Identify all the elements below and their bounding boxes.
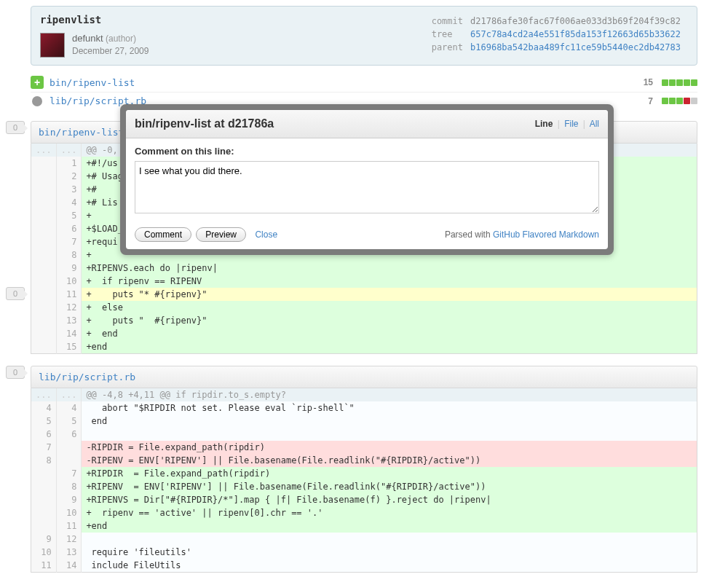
meta-tree-label: tree [432,28,469,40]
diff-row[interactable]: 7+RIPDIR = File.expand_path(ripdir) [31,467,697,480]
diff-row[interactable]: 13+ puts " #{ripenv}" [31,314,697,327]
dialog-tab-all[interactable]: All [590,119,599,129]
line-num-new[interactable]: 4 [56,401,82,415]
diff-row[interactable]: 912 [31,533,697,546]
line-num-new[interactable]: 10 [56,275,82,288]
diff-row[interactable]: 10+ ripenv == 'active' || ripenv[0].chr … [31,506,697,519]
diff-row[interactable]: 14+ end [31,327,697,340]
line-num-old[interactable] [31,262,57,275]
comment-count-bubble[interactable]: 0 [6,366,25,379]
line-num-old[interactable] [31,196,57,209]
line-num-old[interactable]: ... [31,144,57,157]
line-num-new[interactable]: 6 [56,428,82,441]
line-num-old[interactable]: 10 [31,546,57,559]
line-num-old[interactable]: 8 [31,454,57,467]
diff-row[interactable]: 7-RIPDIR = File.expand_path(ripdir) [31,441,697,454]
line-num-old[interactable] [31,275,57,288]
line-num-old[interactable] [31,506,57,519]
comment-textarea[interactable] [135,161,599,213]
diff-row[interactable]: 15+end [31,340,697,354]
line-num-new[interactable]: 11 [56,288,82,301]
comment-count-bubble[interactable]: 0 [6,121,25,134]
line-num-old[interactable] [31,222,57,235]
preview-button[interactable]: Preview [196,227,246,242]
line-num-new[interactable]: 1 [56,157,82,170]
line-num-new[interactable]: 8 [56,480,82,493]
line-num-new[interactable]: 13 [56,314,82,327]
diff-row[interactable]: 1114 include FileUtils [31,559,697,573]
line-num-new[interactable]: 5 [56,209,82,222]
line-num-new[interactable]: 5 [56,415,82,428]
line-num-old[interactable] [31,288,57,301]
author-name[interactable]: defunkt [72,33,103,44]
line-num-old[interactable]: 6 [31,428,57,441]
line-num-old[interactable] [31,480,57,493]
file-link[interactable]: bin/ripenv-list [50,77,638,88]
diff-row[interactable]: 9+RIPENVS = Dir["#{RIPDIR}/*"].map { |f|… [31,493,697,506]
line-num-new[interactable] [56,454,82,467]
diff-row[interactable]: 1013 require 'fileutils' [31,546,697,559]
line-num-new[interactable]: 11 [56,519,82,533]
line-num-old[interactable] [31,314,57,327]
line-num-old[interactable] [31,519,57,533]
line-num-old[interactable]: 11 [31,559,57,573]
line-num-new[interactable]: 10 [56,506,82,519]
line-num-new[interactable]: 6 [56,222,82,235]
line-num-new[interactable] [56,441,82,454]
comment-button[interactable]: Comment [135,227,191,242]
gfm-link[interactable]: GitHub Flavored Markdown [493,229,599,240]
line-num-old[interactable] [31,235,57,248]
line-num-new[interactable]: 12 [56,533,82,546]
line-num-old[interactable] [31,340,57,354]
line-num-old[interactable] [31,183,57,196]
line-num-new[interactable]: 13 [56,546,82,559]
line-num-new[interactable]: 9 [56,262,82,275]
meta-parent-sha[interactable]: b16968ba542baa489fc11ce59b5440ec2db42783 [470,42,687,53]
line-num-new[interactable]: 7 [56,467,82,480]
comment-count-bubble[interactable]: 0 [6,287,25,300]
dialog-tab-file[interactable]: File [564,119,578,129]
line-num-old[interactable]: 7 [31,441,57,454]
diff-row[interactable]: 8+RIPENV = ENV['RIPENV'] || File.basenam… [31,480,697,493]
line-num-old[interactable]: 9 [31,533,57,546]
line-num-new[interactable]: 12 [56,301,82,314]
diff-row[interactable]: 55 end [31,415,697,428]
line-num-old[interactable] [31,157,57,170]
diff-row[interactable]: ......@@ -4,8 +4,11 @@ if ripdir.to_s.em… [31,388,697,401]
diff-row[interactable]: 10+ if ripenv == RIPENV [31,275,697,288]
diff-row[interactable]: 12+ else [31,301,697,314]
line-num-old[interactable]: 4 [31,401,57,415]
line-num-old[interactable] [31,327,57,340]
line-num-old[interactable] [31,248,57,262]
line-num-old[interactable]: 5 [31,415,57,428]
line-num-old[interactable] [31,467,57,480]
meta-tree-sha[interactable]: 657c78a4cd2a4e551f85da153f12663d65b33622 [470,28,687,40]
diff-row[interactable]: 66 [31,428,697,441]
diff-file-link[interactable]: bin/ripenv-list [39,127,124,138]
line-num-old[interactable] [31,209,57,222]
line-num-old[interactable] [31,301,57,314]
line-num-old[interactable] [31,493,57,506]
line-num-new[interactable]: 7 [56,235,82,248]
line-num-new[interactable]: 3 [56,183,82,196]
line-num-new[interactable]: ... [56,144,82,157]
line-num-old[interactable] [31,170,57,183]
diff-row[interactable]: 44 abort "$RIPDIR not set. Please eval `… [31,401,697,415]
line-num-new[interactable]: 8 [56,248,82,262]
dialog-tab-line[interactable]: Line [535,119,553,129]
line-num-new[interactable]: ... [56,388,82,401]
line-num-new[interactable]: 15 [56,340,82,354]
close-link[interactable]: Close [255,229,277,240]
diff-file-link[interactable]: lib/rip/script.rb [39,372,135,382]
avatar[interactable] [40,33,65,58]
line-num-old[interactable]: ... [31,388,57,401]
line-num-new[interactable]: 9 [56,493,82,506]
line-num-new[interactable]: 14 [56,327,82,340]
diff-row[interactable]: 11+end [31,519,697,533]
diff-row[interactable]: 11+ puts "* #{ripenv}" [31,288,697,301]
line-num-new[interactable]: 4 [56,196,82,209]
diff-row[interactable]: 9+RIPENVS.each do |ripenv| [31,262,697,275]
line-num-new[interactable]: 2 [56,170,82,183]
line-num-new[interactable]: 14 [56,559,82,573]
diff-row[interactable]: 8-RIPENV = ENV['RIPENV'] || File.basenam… [31,454,697,467]
